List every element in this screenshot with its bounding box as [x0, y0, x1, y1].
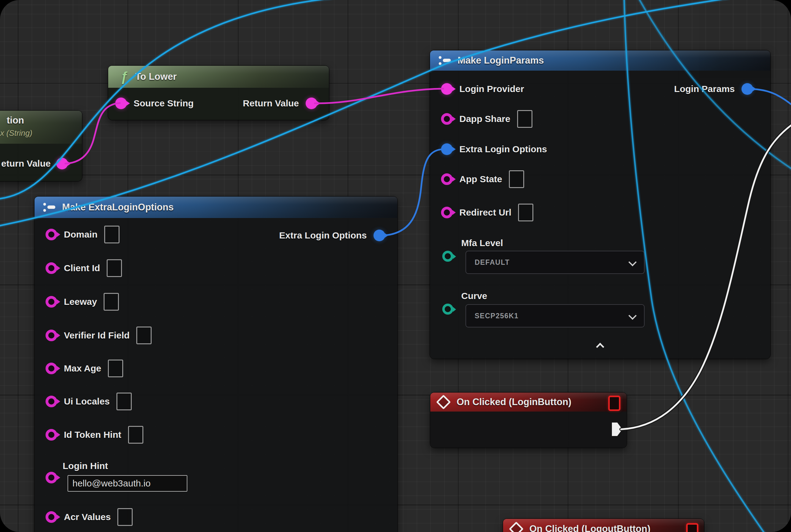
node-partial-function-title: tion	[7, 115, 24, 126]
mfa-level-dropdown[interactable]: DEFAULT	[465, 251, 644, 274]
curve-dropdown[interactable]: SECP256K1	[465, 304, 644, 327]
pin-login-provider[interactable]	[441, 83, 453, 95]
pin-label-id-token-hint: Id Token Hint	[64, 430, 121, 440]
node-make-extra-login-options-title: Make ExtraLoginOptions	[62, 202, 174, 213]
checkbox-verifier-id-field[interactable]	[136, 326, 152, 344]
pin-return-value-partial[interactable]	[56, 158, 68, 169]
mfa-level-value: DEFAULT	[475, 258, 510, 267]
pin-max-age[interactable]	[45, 363, 57, 374]
node-partial-function-header: tion ox (String)	[0, 111, 82, 144]
pin-row-extra-login-options-in: Extra Login Options	[441, 140, 547, 158]
node-to-lower-header: ƒ To Lower	[108, 66, 329, 88]
make-struct-icon	[438, 55, 451, 66]
pin-row-id-token-hint: Id Token Hint	[45, 426, 143, 444]
exec-output-pin[interactable]	[612, 422, 622, 436]
node-partial-function-subtitle: ox (String)	[0, 128, 33, 138]
pin-row-client-id: Client Id	[45, 259, 122, 277]
pin-label-verifier-id-field: Verifier Id Field	[64, 330, 130, 341]
node-make-extra-login-options-header: Make ExtraLoginOptions	[35, 196, 397, 218]
node-on-clicked-logout-button-header: On Clicked (LogoutButton)	[503, 519, 704, 532]
checkbox-client-id[interactable]	[107, 259, 122, 277]
pin-row-verifier-id-field: Verifier Id Field	[45, 326, 152, 344]
wire-to-lower-to-login-provider[interactable]	[315, 89, 443, 103]
event-diamond-icon	[436, 395, 451, 410]
checkbox-id-token-hint[interactable]	[128, 426, 143, 444]
pin-extra-login-options-in[interactable]	[441, 144, 453, 155]
pin-verifier-id-field[interactable]	[45, 329, 57, 341]
pin-label-client-id: Client Id	[64, 263, 100, 273]
pin-app-state[interactable]	[441, 173, 453, 185]
pin-label-login-params-out: Login Params	[674, 84, 735, 94]
pin-label-leeway: Leeway	[64, 297, 97, 307]
checkbox-app-state[interactable]	[509, 170, 524, 188]
pin-label-source-string: Source String	[134, 98, 194, 109]
event-diamond-icon	[509, 521, 524, 532]
node-make-login-params[interactable]: Make LoginParams Login Provider Dapp Sha…	[430, 51, 770, 359]
pin-row-login-provider: Login Provider	[441, 80, 524, 98]
pin-row-extra-login-options-out: Extra Login Options	[279, 227, 385, 244]
pin-label-mfa-level: Mfa Level	[461, 238, 503, 248]
pin-redirect-url[interactable]	[441, 207, 453, 218]
node-partial-function[interactable]: tion ox (String) eturn Value	[0, 111, 82, 181]
pin-row-login-params-out: Login Params	[674, 80, 753, 98]
node-on-clicked-logout-button-title: On Clicked (LogoutButton)	[529, 524, 651, 532]
checkbox-domain[interactable]	[104, 226, 119, 243]
pin-row-redirect-url: Redirect Url	[441, 204, 533, 221]
node-to-lower[interactable]: ƒ To Lower Source String Return Value	[108, 66, 329, 120]
node-on-clicked-login-button-header: On Clicked (LoginButton)	[430, 393, 626, 412]
checkbox-leeway[interactable]	[103, 293, 119, 311]
pin-label-login-provider: Login Provider	[459, 84, 524, 94]
pin-curve[interactable]	[442, 304, 453, 315]
pin-row-dapp-share: Dapp Share	[441, 110, 533, 128]
pin-label-app-state: App State	[459, 174, 502, 184]
node-make-login-params-title: Make LoginParams	[458, 55, 544, 66]
pin-login-params-out[interactable]	[741, 83, 753, 95]
pin-dapp-share[interactable]	[441, 113, 453, 125]
pin-label-return-value: Return Value	[243, 98, 299, 109]
pin-label-domain: Domain	[64, 229, 97, 240]
pin-return-value[interactable]	[306, 97, 317, 109]
pin-row-return-value: Return Value	[243, 94, 317, 112]
chevron-down-icon	[629, 258, 637, 266]
pin-client-id[interactable]	[45, 262, 57, 274]
pin-login-hint[interactable]	[45, 472, 57, 483]
pin-label-extra-login-options-out: Extra Login Options	[279, 230, 367, 241]
pin-ui-locales[interactable]	[45, 396, 57, 407]
pin-id-token-hint[interactable]	[45, 429, 57, 441]
pin-acr-values[interactable]	[45, 511, 57, 523]
event-delegate-icon[interactable]	[686, 523, 698, 532]
pin-extra-login-options-out[interactable]	[373, 230, 385, 241]
pin-leeway[interactable]	[45, 296, 57, 308]
checkbox-acr-values[interactable]	[117, 508, 133, 526]
pin-label-max-age: Max Age	[64, 363, 101, 374]
pin-label-curve: Curve	[461, 291, 487, 301]
node-on-clicked-login-button-title: On Clicked (LoginButton)	[457, 397, 571, 407]
collapse-node-button[interactable]	[594, 341, 606, 350]
pin-row-app-state: App State	[441, 170, 524, 188]
node-on-clicked-logout-button[interactable]: On Clicked (LogoutButton)	[503, 519, 704, 532]
pin-label-extra-login-options-in: Extra Login Options	[459, 144, 547, 154]
node-make-extra-login-options[interactable]: Make ExtraLoginOptions Domain Client Id …	[35, 196, 397, 532]
pin-row-leeway: Leeway	[45, 293, 119, 311]
pin-domain[interactable]	[45, 229, 57, 240]
login-hint-input[interactable]	[67, 475, 187, 492]
checkbox-ui-locales[interactable]	[116, 393, 132, 410]
checkbox-redirect-url[interactable]	[518, 204, 533, 221]
make-struct-icon	[42, 202, 56, 212]
node-to-lower-title: To Lower	[135, 71, 176, 82]
pin-row-acr-values: Acr Values	[45, 508, 133, 526]
pin-row-ui-locales: Ui Locales	[45, 393, 132, 410]
event-delegate-icon[interactable]	[608, 396, 620, 411]
blueprint-graph-canvas[interactable]: tion ox (String) eturn Value ƒ To Lower …	[0, 0, 791, 532]
chevron-down-icon	[629, 311, 637, 320]
pin-label-ui-locales: Ui Locales	[64, 396, 110, 407]
node-on-clicked-login-button[interactable]: On Clicked (LoginButton)	[430, 393, 626, 448]
pin-mfa-level[interactable]	[442, 251, 453, 262]
checkbox-dapp-share[interactable]	[517, 110, 533, 128]
checkbox-max-age[interactable]	[108, 360, 123, 377]
pin-label-dapp-share: Dapp Share	[459, 114, 510, 124]
node-make-login-params-header: Make LoginParams	[430, 51, 770, 71]
function-icon: ƒ	[120, 70, 128, 83]
pin-source-string[interactable]	[115, 97, 127, 109]
pin-label-redirect-url: Redirect Url	[459, 207, 512, 218]
